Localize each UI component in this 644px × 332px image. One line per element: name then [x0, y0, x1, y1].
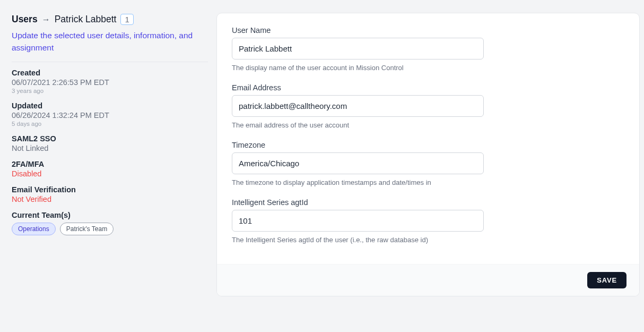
meta-email-verification: Email Verification Not Verified — [12, 185, 208, 203]
user-name-input[interactable] — [232, 38, 484, 59]
meta-email-verification-value: Not Verified — [12, 195, 208, 203]
agtid-input[interactable] — [232, 210, 484, 232]
meta-created-label: Created — [12, 69, 208, 77]
agtid-label: Intelligent Series agtId — [232, 198, 624, 207]
user-sidebar: Users → Patrick Labbett 1 Update the sel… — [4, 4, 216, 328]
meta-created-ago: 3 years ago — [12, 88, 208, 94]
meta-created: Created 06/07/2021 2:26:53 PM EDT 3 year… — [12, 69, 208, 94]
meta-mfa: 2FA/MFA Disabled — [12, 160, 208, 178]
meta-updated-value: 06/26/2024 1:32:24 PM EDT — [12, 111, 208, 120]
user-form-card: User Name The display name of the user a… — [216, 13, 640, 296]
meta-created-value: 06/07/2021 2:26:53 PM EDT — [12, 78, 208, 87]
meta-mfa-label: 2FA/MFA — [12, 160, 208, 168]
timezone-input[interactable] — [232, 152, 484, 174]
meta-updated-label: Updated — [12, 101, 208, 110]
page-subtitle: Update the selected user details, inform… — [12, 29, 208, 54]
meta-teams-label: Current Team(s) — [12, 211, 208, 219]
agtid-help: The Intelligent Series agtId of the user… — [232, 236, 624, 244]
email-help: The email address of the user account — [232, 121, 624, 129]
user-name-label: User Name — [232, 26, 624, 35]
form-group-agtid: Intelligent Series agtId The Intelligent… — [232, 198, 624, 244]
form-group-user-name: User Name The display name of the user a… — [232, 26, 624, 72]
team-pill[interactable]: Operations — [12, 223, 56, 235]
meta-saml-label: SAML2 SSO — [12, 134, 208, 143]
timezone-help: The timezone to display application time… — [232, 178, 624, 186]
user-id-badge: 1 — [120, 14, 133, 25]
email-label: Email Address — [232, 83, 624, 92]
save-button[interactable]: SAVE — [587, 272, 626, 288]
breadcrumb-user-name: Patrick Labbett — [55, 14, 117, 25]
meta-updated: Updated 06/26/2024 1:32:24 PM EDT 5 days… — [12, 101, 208, 127]
user-name-help: The display name of the user account in … — [232, 64, 624, 72]
meta-mfa-value: Disabled — [12, 169, 208, 178]
timezone-label: Timezone — [232, 141, 624, 149]
meta-updated-ago: 5 days ago — [12, 121, 208, 127]
email-input[interactable] — [232, 95, 484, 117]
breadcrumb: Users → Patrick Labbett 1 — [12, 14, 208, 25]
breadcrumb-arrow-icon: → — [42, 15, 50, 24]
meta-saml: SAML2 SSO Not Linked — [12, 134, 208, 152]
breadcrumb-root: Users — [12, 14, 38, 25]
meta-teams: Current Team(s) Operations Patrick's Tea… — [12, 211, 208, 235]
form-group-email: Email Address The email address of the u… — [232, 83, 624, 129]
meta-saml-value: Not Linked — [12, 144, 208, 152]
card-footer: SAVE — [217, 264, 639, 296]
meta-email-verification-label: Email Verification — [12, 185, 208, 194]
form-group-timezone: Timezone The timezone to display applica… — [232, 141, 624, 186]
team-pill[interactable]: Patrick's Team — [60, 223, 114, 235]
form-panel: User Name The display name of the user a… — [216, 4, 640, 328]
divider — [12, 62, 208, 62]
